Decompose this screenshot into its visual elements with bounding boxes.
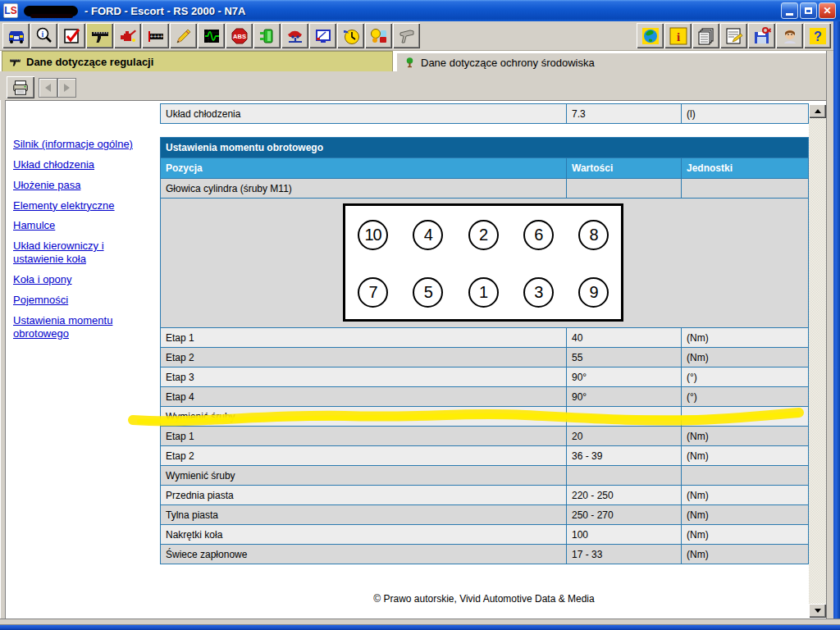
sidebar-item-ulozenie-pasa[interactable]: Ułożenie pasa	[13, 179, 154, 192]
caliper-icon	[90, 26, 110, 46]
sidebar-item-kola-i-opony[interactable]: Koła i opony	[13, 273, 154, 286]
oil-can-icon	[118, 26, 138, 46]
spray-gun-button[interactable]	[393, 23, 420, 48]
column-header-pozycja: Pozycja	[161, 158, 567, 179]
row-label: Tylna piasta	[161, 505, 567, 525]
scroll-up-button[interactable]	[809, 104, 826, 118]
car-icon	[7, 26, 26, 46]
table-row: Wymienić śruby	[161, 407, 809, 427]
diagram-top-row: 10 4 2 6 8	[358, 220, 609, 250]
timing-clock-button[interactable]	[337, 23, 364, 48]
documents-icon	[696, 26, 716, 46]
abs-icon: ABS	[230, 26, 249, 46]
row-label: Świece zapłonowe	[161, 545, 567, 564]
caliper-button[interactable]	[86, 23, 113, 48]
row-label: Etap 1	[161, 328, 567, 348]
row-unit: (Nm)	[682, 545, 809, 564]
table-row: Tylna piasta 250 - 270 (Nm)	[161, 505, 809, 525]
column-header-row: Pozycja Wartości Jednostki	[161, 158, 809, 179]
forward-arrow-icon	[64, 84, 70, 92]
bolt-position: 4	[413, 220, 443, 250]
sidebar-item-uklad-kierowniczy[interactable]: Układ kierowniczy i ustawienie koła	[13, 240, 154, 266]
monitor-button[interactable]	[309, 23, 336, 48]
table-row: Świece zapłonowe 17 - 33 (Nm)	[161, 545, 809, 564]
row-value: 7.3	[567, 104, 682, 124]
bolt-position: 7	[358, 277, 388, 308]
table-row: Etap 1 20 (Nm)	[161, 427, 809, 446]
row-value: 20	[567, 427, 682, 446]
row-label: Wymienić śruby	[161, 407, 567, 427]
table-row: Etap 1 40 (Nm)	[161, 328, 809, 348]
info-button[interactable]: i	[664, 23, 692, 48]
table-row: Wymienić śruby	[161, 466, 809, 486]
abs-button[interactable]: ABS	[226, 23, 253, 48]
row-unit	[682, 466, 809, 486]
back-button[interactable]	[39, 78, 57, 98]
car-button[interactable]	[2, 23, 30, 48]
bolt-position: 3	[523, 277, 554, 308]
row-value: 90°	[567, 368, 682, 387]
help-button[interactable]: ?	[804, 23, 831, 48]
back-arrow-icon	[45, 84, 51, 92]
window-border-right-inner	[826, 51, 833, 625]
tab-dane-regulacji[interactable]: Dane dotyczące regulacji	[2, 51, 393, 71]
svg-text:ABS: ABS	[233, 33, 246, 40]
globe-button[interactable]	[637, 23, 664, 48]
car-lift-button[interactable]	[281, 23, 308, 48]
sidebar-item-ustawienia-momentu[interactable]: Ustawienia momentu obrotowego	[13, 314, 154, 340]
sidebar-item-hamulce[interactable]: Hamulce	[13, 219, 154, 232]
row-unit: (Nm)	[682, 505, 809, 525]
sidebar-item-elementy-elektryczne[interactable]: Elementy elektryczne	[13, 199, 154, 212]
print-button[interactable]	[7, 76, 34, 98]
sidebar-item-pojemnosci[interactable]: Pojemności	[13, 294, 154, 307]
row-unit: (Nm)	[682, 446, 809, 466]
air-con-icon	[369, 26, 389, 46]
pencil-button[interactable]	[170, 23, 197, 48]
tab-dane-ochrony-srodowiska[interactable]: Dane dotyczące ochrony środowiska	[396, 52, 832, 71]
minimize-icon	[786, 13, 793, 16]
sidebar-item-uklad-chlodzenia[interactable]: Układ chłodzenia	[13, 158, 154, 171]
vertical-scrollbar[interactable]	[809, 104, 826, 618]
row-label: Przednia piasta	[161, 486, 567, 505]
diagram-bottom-row: 7 5 1 3 9	[358, 277, 609, 308]
row-label: Etap 4	[161, 387, 567, 407]
bolt-position: 1	[468, 277, 499, 308]
air-con-button[interactable]	[365, 23, 392, 48]
svg-text:i: i	[676, 30, 679, 43]
row-value: 40	[567, 328, 682, 348]
sidebar-nav: Silnik (informacje ogólne) Układ chłodze…	[13, 138, 154, 347]
oil-can-button[interactable]	[114, 23, 141, 48]
oscilloscope-icon	[202, 26, 221, 46]
sidebar-item-silnik[interactable]: Silnik (informacje ogólne)	[13, 138, 154, 151]
scroll-down-icon	[815, 609, 821, 613]
window-title: - FORD - Escort - RS 2000 - N7A	[84, 5, 246, 17]
feeler-gauge-button[interactable]: ++++	[142, 23, 169, 48]
window-border-left	[0, 100, 6, 619]
row-value: 90°	[567, 387, 682, 407]
search-info-button[interactable]: i	[30, 23, 57, 48]
scroll-down-button[interactable]	[809, 604, 826, 618]
info-icon: i	[669, 26, 688, 46]
bolt-position: 5	[413, 277, 443, 308]
torque-settings-table: Ustawienia momentu obrotowego Pozycja Wa…	[160, 137, 809, 564]
window-border-bottom-inner	[0, 619, 840, 625]
bolt-position: 8	[578, 220, 609, 250]
window-border-right	[833, 21, 840, 630]
checklist-button[interactable]	[58, 23, 85, 48]
connector-icon	[258, 26, 277, 46]
user-button[interactable]	[776, 23, 803, 48]
globe-icon	[641, 26, 660, 46]
connector-button[interactable]	[253, 23, 281, 48]
save-key-button[interactable]	[748, 23, 775, 48]
forward-button[interactable]	[57, 78, 76, 98]
row-label: Układ chłodzenia	[161, 104, 567, 124]
close-button[interactable]: ✕	[819, 2, 836, 19]
row-unit: (Nm)	[682, 348, 809, 368]
minimize-button[interactable]	[781, 2, 798, 19]
maximize-button[interactable]	[800, 2, 817, 19]
table-row: Głowica cylindra (śruby M11)	[161, 179, 809, 199]
report-edit-button[interactable]	[720, 23, 747, 48]
documents-button[interactable]	[692, 23, 719, 48]
oscilloscope-button[interactable]	[198, 23, 225, 48]
caliper-tab-icon	[9, 56, 21, 68]
